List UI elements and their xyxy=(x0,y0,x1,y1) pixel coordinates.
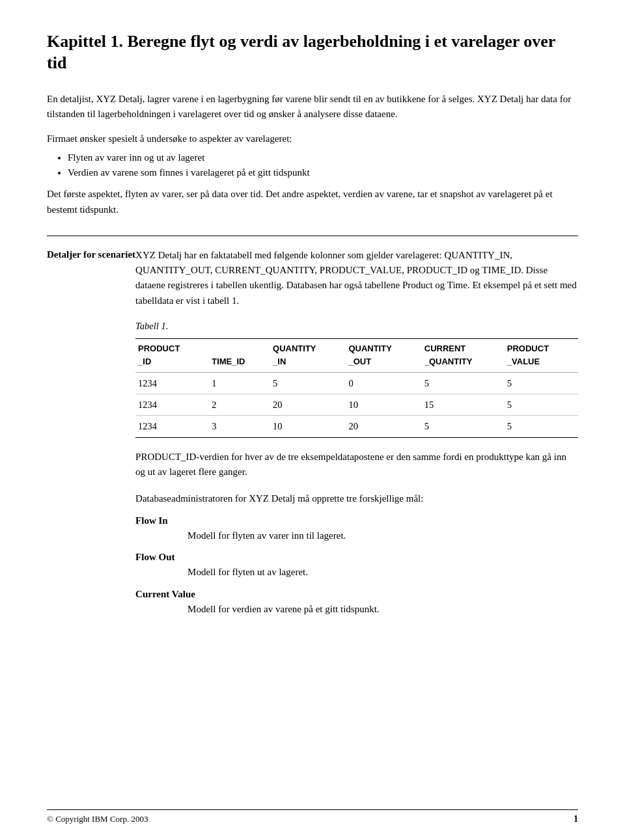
footer-page-number: 1 xyxy=(574,814,578,824)
cell-current-qty: 5 xyxy=(422,416,505,437)
term-current-value: Current Value Modell for verdien av vare… xyxy=(135,587,578,617)
cell-qty-in: 10 xyxy=(270,416,346,437)
term-label-flow-in: Flow In xyxy=(135,515,168,526)
section-content: XYZ Detalj har en faktatabell med følgen… xyxy=(135,248,578,623)
page-container: Kapittel 1. Beregne flyt og verdi av lag… xyxy=(0,0,625,840)
data-table: PRODUCT_ID TIME_ID QUANTITY_IN QUANTITY_… xyxy=(135,338,578,438)
term-label-flow-out: Flow Out xyxy=(135,552,174,562)
col-header-product-value: PRODUCT_VALUE xyxy=(505,339,578,372)
term-def-flow-in: Modell for flyten av varer inn til lager… xyxy=(188,528,578,543)
cell-current-qty: 5 xyxy=(422,372,505,394)
cell-qty-out: 10 xyxy=(346,394,421,415)
bullet-follow: Det første aspektet, flyten av varer, se… xyxy=(47,187,578,217)
footer-copyright: © Copyright IBM Corp. 2003 xyxy=(47,814,148,824)
section-paragraph: XYZ Detalj har en faktatabell med følgen… xyxy=(135,248,578,308)
cell-product-id: 1234 xyxy=(135,416,209,437)
feature-list: Flyten av varer inn og ut av lageret Ver… xyxy=(68,150,578,181)
bullet-intro: Firmaet ønsker spesielt å undersøke to a… xyxy=(47,131,578,146)
detaljer-section: Detaljer for scenariet XYZ Detalj har en… xyxy=(47,248,578,623)
page-footer: © Copyright IBM Corp. 2003 1 xyxy=(47,809,578,824)
table-row: 1234 3 10 20 5 5 xyxy=(135,416,578,437)
table-label: Tabell 1. xyxy=(135,319,578,333)
para-bottom1: PRODUCT_ID-verdien for hver av de tre ek… xyxy=(135,450,578,480)
table-header-row: PRODUCT_ID TIME_ID QUANTITY_IN QUANTITY_… xyxy=(135,339,578,372)
para-bottom2: Databaseadministratoren for XYZ Detalj m… xyxy=(135,491,578,506)
cell-time-id: 3 xyxy=(209,416,270,437)
cell-qty-out: 0 xyxy=(346,372,421,394)
cell-current-qty: 15 xyxy=(422,394,505,415)
cell-product-value: 5 xyxy=(505,416,578,437)
cell-product-value: 5 xyxy=(505,394,578,415)
table-row: 1234 2 20 10 15 5 xyxy=(135,394,578,415)
cell-qty-in: 20 xyxy=(270,394,346,415)
term-def-current-value: Modell for verdien av varene på et gitt … xyxy=(188,602,578,617)
intro-paragraph: En detaljist, XYZ Detalj, lagrer varene … xyxy=(47,92,578,122)
term-flow-out: Flow Out Modell for flyten ut av lageret… xyxy=(135,550,578,580)
cell-time-id: 1 xyxy=(209,372,270,394)
bullet-section: Firmaet ønsker spesielt å undersøke to a… xyxy=(47,131,578,217)
list-item: Flyten av varer inn og ut av lageret xyxy=(68,150,578,165)
cell-product-id: 1234 xyxy=(135,394,209,415)
cell-time-id: 2 xyxy=(209,394,270,415)
cell-qty-out: 20 xyxy=(346,416,421,437)
col-header-quantity-out: QUANTITY_OUT xyxy=(346,339,421,372)
cell-product-id: 1234 xyxy=(135,372,209,394)
col-header-current-quantity: CURRENT_QUANTITY xyxy=(422,339,505,372)
table-row: 1234 1 5 0 5 5 xyxy=(135,372,578,394)
cell-product-value: 5 xyxy=(505,372,578,394)
col-header-product-id: PRODUCT_ID xyxy=(135,339,209,372)
col-header-quantity-in: QUANTITY_IN xyxy=(270,339,346,372)
col-header-time-id: TIME_ID xyxy=(209,339,270,372)
cell-qty-in: 5 xyxy=(270,372,346,394)
list-item: Verdien av varene som finnes i varelager… xyxy=(68,165,578,180)
term-def-flow-out: Modell for flyten ut av lageret. xyxy=(188,565,578,580)
section-label: Detaljer for scenariet xyxy=(47,248,135,623)
section-divider xyxy=(47,236,578,236)
chapter-title: Kapittel 1. Beregne flyt og verdi av lag… xyxy=(47,31,578,74)
term-label-current-value: Current Value xyxy=(135,589,195,599)
term-flow-in: Flow In Modell for flyten av varer inn t… xyxy=(135,513,578,544)
